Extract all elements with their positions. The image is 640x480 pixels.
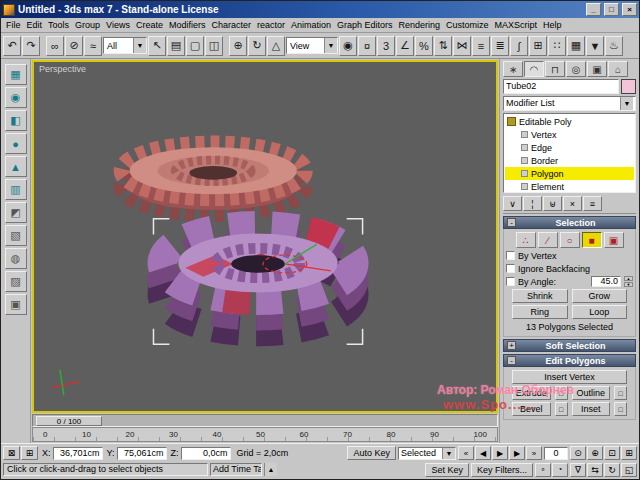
menu-item[interactable]: Views (103, 19, 133, 31)
extrude-button[interactable]: Extrude (512, 386, 551, 400)
next-frame-icon[interactable]: ▶ (509, 446, 525, 460)
zoom-all-icon[interactable]: ⊕ (587, 446, 603, 460)
docked-tool-11-icon[interactable]: ▣ (5, 294, 27, 315)
modifier-list-dropdown[interactable]: Modifier List ▼ (503, 96, 636, 111)
angle-value-field[interactable]: 45.0 (591, 276, 621, 287)
collapse-icon[interactable]: - (507, 218, 516, 227)
gear-object-selected[interactable] (162, 226, 353, 332)
collapse-icon[interactable]: - (507, 356, 516, 365)
border-subobject-icon[interactable]: ○ (560, 232, 580, 248)
arc-rotate-icon[interactable]: ↻ (604, 463, 620, 477)
redo-icon[interactable]: ↷ (22, 36, 40, 56)
chevron-down-icon[interactable]: ▼ (620, 97, 633, 110)
menu-item[interactable]: Graph Editors (334, 19, 396, 31)
inset-button[interactable]: Inset (572, 402, 611, 416)
menu-item[interactable]: Customize (443, 19, 492, 31)
select-and-link-icon[interactable]: ∞ (46, 36, 64, 56)
modifier-stack[interactable]: Editable Poly Vertex Edge (503, 113, 636, 193)
selection-set-dropdown[interactable]: Selected ▼ (398, 447, 456, 460)
grow-button[interactable]: Grow (572, 289, 628, 303)
stack-subobject-row[interactable]: Border (505, 154, 634, 167)
window-crossing-toggle-icon[interactable]: ◫ (205, 36, 223, 56)
menu-item[interactable]: Modifiers (166, 19, 209, 31)
menu-item[interactable]: Rendering (396, 19, 444, 31)
add-time-tag[interactable]: Add Time Tag (210, 463, 262, 476)
time-slider-handle[interactable]: 0 / 100 (36, 416, 102, 426)
undo-icon[interactable]: ↶ (3, 36, 21, 56)
menu-item[interactable]: Tools (45, 19, 72, 31)
shrink-button[interactable]: Shrink (512, 289, 568, 303)
create-tab-icon[interactable]: ∗ (503, 61, 523, 77)
spinner-snap-icon[interactable]: ⇅ (434, 36, 452, 56)
perspective-viewport[interactable]: Perspective (32, 60, 498, 413)
bevel-settings-icon[interactable]: □ (555, 402, 568, 416)
docked-tool-8-icon[interactable]: ▧ (5, 225, 27, 246)
docked-tool-6-icon[interactable]: ▥ (5, 179, 27, 200)
selection-lock-icon[interactable]: ⊠ (3, 446, 20, 460)
ring-button[interactable]: Ring (512, 305, 568, 319)
edit-polygons-rollout-header[interactable]: - Edit Polygons (503, 354, 636, 367)
docked-tool-5-icon[interactable]: ▲ (5, 156, 27, 177)
docked-tool-9-icon[interactable]: ◍ (5, 248, 27, 269)
title-bar[interactable]: Untitled - 3ds max 7 - Stand-alone Licen… (1, 1, 639, 18)
viewport-label[interactable]: Perspective (39, 64, 86, 74)
docked-tool-3-icon[interactable]: ◧ (5, 110, 27, 131)
absolute-offset-mode-icon[interactable]: ⊞ (21, 446, 38, 460)
ignore-backfacing-checkbox[interactable] (506, 264, 515, 273)
vertex-subobject-icon[interactable]: ∴ (516, 232, 536, 248)
menu-item[interactable]: File (3, 19, 24, 31)
go-to-end-icon[interactable]: » (526, 446, 542, 460)
menu-item[interactable]: MAXScript (492, 19, 541, 31)
stack-root-row[interactable]: Editable Poly (505, 115, 634, 128)
curve-editor-icon[interactable]: ∫ (510, 36, 528, 56)
object-name-field[interactable]: Tube02 (503, 79, 619, 94)
gear-object-top[interactable] (122, 143, 305, 214)
render-scene-icon[interactable]: ▦ (567, 36, 585, 56)
bevel-button[interactable]: Bevel (512, 402, 551, 416)
quick-render-icon[interactable]: ♨ (605, 36, 623, 56)
x-coordinate-field[interactable]: 36,701cm (53, 447, 103, 460)
stack-subobject-row[interactable]: Vertex (505, 128, 634, 141)
insert-vertex-button[interactable]: Insert Vertex (512, 370, 627, 384)
render-type-icon[interactable]: ▼ (586, 36, 604, 56)
zoom-extents-icon[interactable]: ⊡ (604, 446, 620, 460)
align-icon[interactable]: ≡ (472, 36, 490, 56)
utilities-tab-icon[interactable]: ⌂ (608, 61, 628, 77)
polygon-subobject-icon[interactable]: ■ (582, 232, 602, 248)
menu-item[interactable]: Group (72, 19, 103, 31)
soft-selection-rollout-header[interactable]: + Soft Selection (503, 339, 636, 352)
docked-tool-7-icon[interactable]: ◩ (5, 202, 27, 223)
pin-stack-icon[interactable]: ∨ (503, 196, 522, 211)
menu-item[interactable]: Character (208, 19, 254, 31)
viewport-canvas[interactable] (34, 62, 496, 411)
time-configuration-icon[interactable]: ◔ (552, 463, 568, 477)
maximize-button[interactable]: □ (604, 3, 619, 16)
material-editor-icon[interactable]: ∷ (548, 36, 566, 56)
outline-button[interactable]: Outline (572, 386, 611, 400)
pan-icon[interactable]: ⇆ (587, 463, 603, 477)
hierarchy-tab-icon[interactable]: ⊓ (545, 61, 565, 77)
docked-tool-10-icon[interactable]: ▨ (5, 271, 27, 292)
mirror-icon[interactable]: ⋈ (453, 36, 471, 56)
chevron-down-icon[interactable]: ▼ (324, 38, 337, 53)
display-tab-icon[interactable]: ▣ (587, 61, 607, 77)
docked-tool-2-icon[interactable]: ◉ (5, 87, 27, 108)
make-unique-icon[interactable]: ⊎ (543, 196, 562, 211)
go-to-start-icon[interactable]: « (458, 446, 474, 460)
select-by-name-icon[interactable]: ▤ (167, 36, 185, 56)
snap-toggle-3d-icon[interactable]: 3 (377, 36, 395, 56)
docked-tool-4-icon[interactable]: ● (5, 133, 27, 154)
schematic-view-icon[interactable]: ⊞ (529, 36, 547, 56)
current-frame-field[interactable]: 0 (544, 447, 568, 460)
field-of-view-icon[interactable]: ∇ (570, 463, 586, 477)
menu-item[interactable]: Create (133, 19, 166, 31)
set-key-button[interactable]: Set Key (425, 463, 469, 477)
reference-coordsys-dropdown[interactable]: View ▼ (286, 37, 338, 54)
stack-subobject-row[interactable]: Edge (505, 141, 634, 154)
select-and-rotate-icon[interactable]: ↻ (248, 36, 266, 56)
element-subobject-icon[interactable]: ▣ (604, 232, 624, 248)
show-end-result-icon[interactable]: ¦ (523, 196, 542, 211)
remove-modifier-icon[interactable]: × (563, 196, 582, 211)
chevron-down-icon[interactable]: ▼ (442, 448, 455, 459)
select-and-manipulate-icon[interactable]: ¤ (358, 36, 376, 56)
